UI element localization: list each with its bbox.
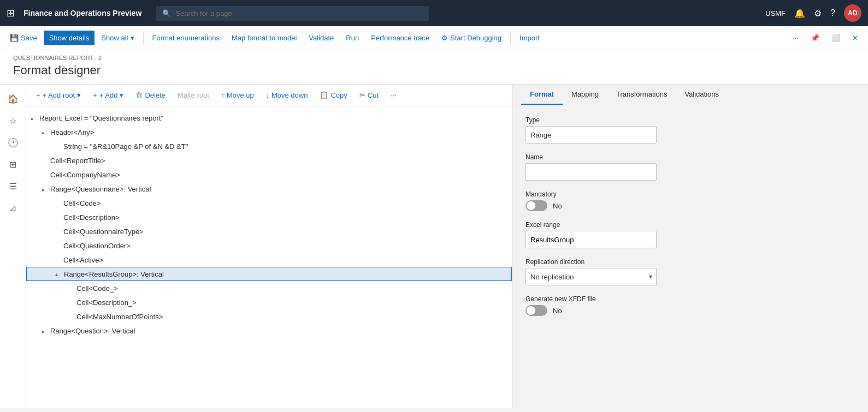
- add-button[interactable]: + + Add ▾: [87, 88, 129, 103]
- performance-trace-button[interactable]: Performance trace: [365, 31, 435, 45]
- search-icon: 🔍: [162, 9, 171, 17]
- help-icon[interactable]: ?: [830, 8, 835, 18]
- expand-icon-question: ▴: [42, 328, 50, 334]
- tree-node-description[interactable]: Cell<Description>: [26, 210, 512, 224]
- tree-node-code[interactable]: Cell<Code>: [26, 196, 512, 210]
- sidebar-star-icon[interactable]: ☆: [3, 111, 23, 130]
- tree-node-questionnaire[interactable]: ▴ Range<Questionnaire>: Vertical: [26, 182, 512, 196]
- replication-select[interactable]: No replication Vertical Horizontal: [525, 268, 657, 285]
- top-navigation: ⊞ Finance and Operations Preview 🔍 USMF …: [0, 0, 868, 26]
- tab-format[interactable]: Format: [521, 85, 563, 105]
- import-button[interactable]: Import: [514, 31, 545, 45]
- tree-node-code-sub[interactable]: Cell<Code_>: [26, 281, 512, 295]
- page-title: Format designer: [13, 63, 855, 77]
- replication-label: Replication direction: [525, 258, 855, 266]
- tree-node-resultsgroup[interactable]: ▴ Range<ResultsGroup>: Vertical: [26, 267, 512, 281]
- delete-icon: 🗑: [135, 91, 143, 99]
- excel-range-input[interactable]: [525, 231, 657, 248]
- expand-icon-questionnaire: ▴: [42, 186, 50, 192]
- tree-node-active[interactable]: Cell<Active>: [26, 253, 512, 267]
- tab-transformations[interactable]: Transformations: [607, 85, 676, 105]
- settings-icon[interactable]: ⚙: [814, 8, 822, 19]
- search-bar[interactable]: 🔍: [156, 6, 429, 21]
- tree-node-report[interactable]: ▴ Report: Excel = "Questionnaires report…: [26, 111, 512, 125]
- type-label: Type: [525, 116, 855, 124]
- breadcrumb: QUESTIONNAIRES REPORT : 2: [13, 55, 855, 61]
- validate-button[interactable]: Validate: [303, 31, 339, 45]
- cut-icon: ✂: [359, 91, 365, 99]
- replication-select-wrapper: No replication Vertical Horizontal ▾: [525, 268, 657, 285]
- tree-node-string[interactable]: String = "&R&10Page &P of &N &D &T": [26, 139, 512, 153]
- name-label: Name: [525, 153, 855, 161]
- chevron-down-icon: ▾: [131, 34, 134, 42]
- tab-mapping[interactable]: Mapping: [563, 85, 607, 105]
- expand-icon-header: ▴: [42, 129, 50, 135]
- expand-button[interactable]: ⬜: [826, 31, 846, 45]
- mandatory-toggle-value: No: [553, 202, 562, 210]
- xfdf-toggle-value: No: [553, 307, 562, 315]
- panel-tabs: Format Mapping Transformations Validatio…: [512, 85, 868, 105]
- tree-content[interactable]: ▴ Report: Excel = "Questionnaires report…: [26, 106, 512, 408]
- tree-node-description-sub[interactable]: Cell<Description_>: [26, 295, 512, 309]
- nav-icons: USMF 🔔 ⚙ ? AD: [765, 4, 861, 22]
- right-panel: Format Mapping Transformations Validatio…: [512, 85, 868, 408]
- make-root-button[interactable]: Make root: [172, 88, 215, 103]
- pin-button[interactable]: 📌: [805, 31, 825, 45]
- tree-node-header[interactable]: ▴ Header<Any>: [26, 125, 512, 139]
- expand-icon-resultsgroup: ▴: [55, 271, 64, 277]
- add-root-button[interactable]: + + Add root ▾: [31, 88, 86, 103]
- cut-button[interactable]: ✂ Cut: [354, 88, 384, 103]
- add-root-icon: +: [36, 91, 40, 99]
- waffle-icon[interactable]: ⊞: [7, 7, 15, 19]
- app-title: Finance and Operations Preview: [23, 9, 141, 17]
- separator-1: [143, 32, 144, 45]
- xfdf-label: Generate new XFDF file: [525, 295, 855, 303]
- mandatory-toggle[interactable]: [525, 200, 547, 211]
- tree-node-question[interactable]: ▴ Range<Question>: Vertical: [26, 324, 512, 338]
- run-button[interactable]: Run: [340, 31, 364, 45]
- delete-button[interactable]: 🗑 Delete: [130, 88, 171, 103]
- mandatory-toggle-row: No: [525, 200, 855, 211]
- tab-validations[interactable]: Validations: [676, 85, 728, 105]
- tree-node-questionorder[interactable]: Cell<QuestionOrder>: [26, 238, 512, 253]
- save-button[interactable]: 💾 Save: [4, 31, 43, 45]
- tree-node-reporttitle[interactable]: Cell<ReportTitle>: [26, 153, 512, 168]
- mandatory-label: Mandatory: [525, 190, 855, 198]
- bell-icon[interactable]: 🔔: [794, 8, 805, 19]
- mandatory-toggle-knob: [527, 201, 535, 210]
- show-details-button[interactable]: Show details: [44, 31, 95, 45]
- format-enumerations-button[interactable]: Format enumerations: [147, 31, 226, 45]
- copy-icon: 📋: [320, 91, 328, 99]
- replication-field-group: Replication direction No replication Ver…: [525, 258, 855, 285]
- excel-range-label: Excel range: [525, 221, 855, 229]
- more-options-button[interactable]: ···: [787, 31, 804, 45]
- xfdf-toggle-row: No: [525, 305, 855, 316]
- xfdf-toggle[interactable]: [525, 305, 547, 316]
- close-button[interactable]: ✕: [847, 31, 864, 45]
- search-input[interactable]: [175, 9, 394, 17]
- sidebar-workspace-icon[interactable]: ⊞: [3, 154, 23, 174]
- tree-panel: + + Add root ▾ + + Add ▾ 🗑 Delete Make r…: [26, 85, 512, 408]
- user-avatar[interactable]: AD: [844, 4, 861, 22]
- add-icon: +: [93, 91, 97, 99]
- sidebar-home-icon[interactable]: 🏠: [3, 89, 23, 109]
- tree-node-maxpoints[interactable]: Cell<MaxNumberOfPoints>: [26, 309, 512, 324]
- add-root-chevron: ▾: [77, 91, 81, 99]
- more-tree-options-button[interactable]: ···: [385, 88, 402, 103]
- move-up-button[interactable]: ↑ Move up: [216, 88, 259, 103]
- move-down-button[interactable]: ↓ Move down: [261, 88, 314, 103]
- name-field-group: Name: [525, 153, 855, 181]
- copy-button[interactable]: 📋 Copy: [314, 88, 352, 103]
- name-input[interactable]: [525, 163, 657, 181]
- show-all-button[interactable]: Show all ▾: [96, 31, 139, 45]
- tree-node-companyname[interactable]: Cell<CompanyName>: [26, 168, 512, 182]
- map-format-button[interactable]: Map format to model: [226, 31, 302, 45]
- start-debugging-button[interactable]: ⚙ Start Debugging: [436, 31, 507, 45]
- tree-node-questionnairetype[interactable]: Cell<QuestionnaireType>: [26, 224, 512, 238]
- add-chevron: ▾: [120, 91, 123, 99]
- username-label: USMF: [765, 9, 786, 17]
- sidebar-filter-icon[interactable]: ⊿: [3, 198, 23, 218]
- tree-toolbar: + + Add root ▾ + + Add ▾ 🗑 Delete Make r…: [26, 85, 512, 106]
- sidebar-list-icon[interactable]: ☰: [3, 176, 23, 196]
- sidebar-recent-icon[interactable]: 🕐: [3, 133, 23, 152]
